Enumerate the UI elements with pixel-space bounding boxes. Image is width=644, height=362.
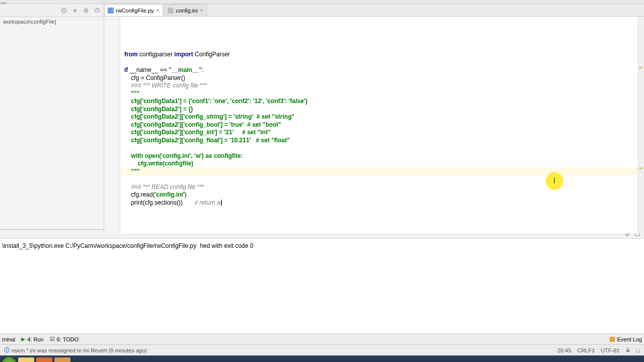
code-text: __name__ == — [130, 66, 169, 73]
code-editor[interactable]: from configparser import ConfigParser if… — [104, 17, 644, 233]
code-text: configparser — [139, 51, 174, 58]
console-line: hed with exit code 0 — [200, 242, 253, 249]
code-comment: ### *** WRITE config file *** — [124, 82, 207, 89]
editor-tabs: rwConfigFile.py × config.ini × — [104, 4, 644, 17]
svg-rect-4 — [626, 350, 629, 352]
gutter[interactable] — [104, 17, 120, 233]
breadcrumb[interactable]: workspace\configFile] — [0, 17, 104, 26]
start-button[interactable] — [2, 357, 16, 362]
terminal-tab[interactable]: minal — [2, 336, 15, 342]
editor-area: rwConfigFile.py × config.ini × from conf… — [104, 4, 644, 229]
code-str: cfg.write(configfile) — [124, 160, 193, 167]
code-kw: import — [174, 51, 195, 58]
mouse-highlight: I — [545, 172, 564, 190]
code-str: "__main__" — [169, 66, 202, 73]
file-encoding[interactable]: UTF-8‡ — [601, 347, 619, 353]
todo-tab[interactable]: ☑ 6: TODO — [50, 336, 79, 342]
code-text: cfg = ConfigParser() — [124, 74, 185, 81]
line-separator[interactable]: CRLF‡ — [577, 347, 595, 353]
main-row: workspace\configFile] rwConfigFile.py × … — [0, 4, 644, 229]
svg-point-1 — [63, 10, 65, 11]
lock-icon[interactable] — [625, 347, 630, 353]
run-tab[interactable]: ▶ 4: Run — [21, 336, 43, 342]
code-kw: if — [124, 66, 130, 73]
code-content[interactable]: from configparser import ConfigParser if… — [120, 17, 638, 233]
sidebar-toolbar — [0, 4, 104, 17]
warning-marker[interactable] — [639, 167, 643, 169]
tab-configini[interactable]: config.ini × — [164, 4, 207, 16]
run-console: \install_3_5\python.exe C:/PyCarm/worksp… — [0, 229, 644, 333]
tab-label: minal — [2, 336, 15, 342]
code-text: print(cfg.sections()) — [124, 199, 194, 206]
code-str: """ — [124, 168, 139, 175]
code-str: """ — [124, 90, 139, 97]
code-comment: # return al — [194, 199, 221, 206]
svg-point-3 — [626, 233, 628, 235]
titlebar: py — [0, 0, 644, 4]
warning-marker[interactable] — [639, 67, 643, 68]
tab-label: rwConfigFile.py — [116, 8, 154, 14]
code-str: cfg['configData2']['config_int'] = '21' … — [124, 129, 271, 136]
code-kw: from — [124, 51, 139, 58]
tab-label: config.ini — [176, 8, 197, 14]
ini-file-icon — [168, 8, 174, 14]
collapse-icon[interactable] — [71, 7, 78, 14]
code-str: cfg['configData2'] = {} — [124, 106, 193, 113]
text-cursor — [221, 200, 222, 206]
tool-window-bar: minal ▶ 4: Run ☑ 6: TODO Event Log — [0, 333, 644, 344]
todo-icon: ☑ — [50, 336, 55, 342]
code-str: cfg['configData2']['config_bool'] = 'tru… — [124, 121, 281, 128]
code-comment: ### *** READ config file *** — [124, 184, 204, 191]
code-str: cfg['configData2']['config_string'] = 's… — [124, 113, 294, 120]
code-str: cfg['configData1'] = {'conf1': 'one', 'c… — [124, 98, 307, 105]
tab-label: 4: Run — [27, 336, 43, 342]
cursor-char: I — [553, 176, 555, 186]
code-str: 'config.ini' — [155, 191, 185, 198]
tab-rwconfigfile[interactable]: rwConfigFile.py × — [104, 4, 163, 16]
status-indicators: 20:45 CRLF‡ UTF-8‡ □ — [557, 347, 640, 353]
status-bar: ⓘ nsion *.ini was reassigned to Ini Reve… — [0, 344, 644, 355]
explorer-icon[interactable] — [18, 357, 34, 362]
pycharm-icon[interactable] — [54, 357, 70, 362]
status-message[interactable]: ⓘ nsion *.ini was reassigned to Ini Reve… — [4, 346, 557, 354]
python-file-icon — [108, 8, 114, 14]
play-icon: ▶ — [21, 336, 25, 342]
code-text: ) — [185, 191, 187, 198]
inspector-icon[interactable]: □ — [636, 347, 640, 353]
error-stripe[interactable] — [638, 17, 644, 233]
event-log-tab[interactable]: Event Log — [610, 336, 642, 342]
code-text: ConfigParser — [195, 51, 230, 58]
close-icon[interactable]: × — [200, 7, 204, 14]
code-text: : — [202, 66, 203, 73]
tab-label: 6: TODO — [57, 336, 79, 342]
code-str: with open('config.ini', 'w') as configfi… — [124, 152, 243, 159]
console-line: \install_3_5\python.exe C:/PyCarm/worksp… — [2, 242, 196, 249]
info-icon: ⓘ — [4, 346, 10, 354]
close-icon[interactable]: × — [156, 7, 160, 14]
target-icon[interactable] — [60, 7, 67, 14]
caret-position[interactable]: 20:45 — [557, 347, 572, 353]
project-sidebar[interactable]: workspace\configFile] — [0, 4, 104, 229]
firefox-icon[interactable] — [36, 357, 52, 362]
code-str: cfg['configData2']['config_float'] = '10… — [124, 137, 290, 144]
svg-point-2 — [85, 9, 87, 12]
windows-taskbar — [0, 355, 644, 362]
status-text: nsion *.ini was reassigned to Ini Revert… — [12, 347, 147, 353]
notification-badge — [610, 337, 615, 342]
hide-icon[interactable] — [94, 7, 101, 14]
gear-icon[interactable] — [83, 7, 90, 14]
tab-label: Event Log — [617, 336, 642, 342]
code-text: cfg.read( — [124, 191, 155, 198]
console-output[interactable]: \install_3_5\python.exe C:/PyCarm/worksp… — [0, 239, 644, 333]
